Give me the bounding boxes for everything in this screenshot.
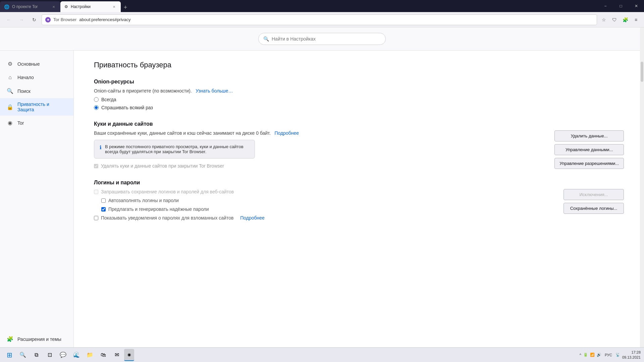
sidebar-home-label: Начало [17, 75, 34, 80]
logins-buttons: Исключения... Сохранённые логины... [564, 189, 624, 214]
maximize-button[interactable]: □ [613, 0, 629, 12]
logins-left: Запрашивать сохранение логинов и паролей… [94, 189, 553, 221]
sidebar-item-extensions[interactable]: 🧩 Расширения и темы [0, 333, 73, 346]
new-tab-button[interactable]: + [121, 3, 130, 12]
taskbar-explorer-button[interactable]: 📁 [84, 349, 96, 361]
manage-permissions-button[interactable]: Управление разрешениями... [554, 158, 624, 169]
minimize-button[interactable]: − [598, 0, 613, 12]
window-controls: − □ ✕ [598, 0, 644, 12]
tray-chevron[interactable]: ^ [580, 353, 581, 357]
sidebar-privacy-label: Приватность и Защита [17, 102, 67, 112]
sidebar-item-home[interactable]: ⌂ Начало [0, 71, 73, 84]
sidebar: ⚙ Основные ⌂ Начало 🔍 Поиск 🔒 Приватност… [0, 51, 74, 362]
logins-layout: Запрашивать сохранение логинов и паролей… [94, 189, 624, 221]
taskbar-search-button[interactable]: 🔍 [17, 349, 29, 361]
logins-generate-row[interactable]: Предлагать и генерировать надёжные парол… [94, 206, 553, 212]
tab-about-icon: 🌐 [4, 4, 9, 9]
onion-radio-always[interactable]: Всегда [94, 97, 624, 102]
cookies-info-box: ℹ В режиме постоянного приватного просмо… [94, 140, 255, 159]
address-bar[interactable]: ◉ Tor Browser about:preferences#privacy [42, 14, 597, 25]
scrollbar-track [640, 27, 644, 347]
onion-radio-ask-input[interactable] [94, 105, 99, 110]
logins-autofill-checkbox[interactable] [101, 198, 106, 203]
tray-network-icon: 📶 [590, 353, 595, 357]
search-settings-input[interactable] [272, 36, 381, 42]
onion-radio-group: Всегда Спрашивать всякий раз [94, 97, 624, 110]
tabs-area: 🌐 О проекте Tor ✕ ⚙ Настройки ✕ + [0, 0, 598, 12]
content-area: Приватность браузера Onion-ресурсы Onion… [74, 51, 644, 362]
address-text: about:preferences#privacy [79, 17, 130, 22]
info-icon: ℹ [100, 144, 102, 154]
toolbar-icons: ☆ 🛡 🧩 ≡ [599, 15, 641, 24]
tab-about-tor[interactable]: 🌐 О проекте Tor ✕ [0, 1, 60, 12]
manage-data-button[interactable]: Управление данными... [554, 144, 624, 155]
settings-search-bar: 🔍 [0, 27, 644, 51]
main-layout: ⚙ Основные ⌂ Начало 🔍 Поиск 🔒 Приватност… [0, 51, 644, 362]
tab-about-close[interactable]: ✕ [51, 4, 56, 9]
back-button[interactable]: ← [3, 14, 14, 25]
taskbar-mail-button[interactable]: ✉ [111, 349, 123, 361]
search-nav-icon: 🔍 [7, 88, 13, 94]
logins-section-title: Логины и пароли [94, 180, 624, 186]
cookies-layout: Ваши сохранённые куки, данные сайтов и к… [94, 130, 624, 169]
logins-ask-save-row[interactable]: Запрашивать сохранение логинов и паролей… [94, 189, 553, 194]
onion-section-title: Onion-ресурсы [94, 79, 624, 85]
exceptions-button[interactable]: Исключения... [564, 189, 624, 200]
taskbar-system-tray: ^ 🔋 📶 🔊 РУС 📡 17:28 09.13.2021 [580, 350, 641, 360]
cookies-section-title: Куки и данные сайтов [94, 121, 624, 127]
reload-button[interactable]: ↻ [29, 14, 40, 25]
more-menu-icon[interactable]: ≡ [631, 15, 641, 24]
basic-icon: ⚙ [7, 61, 13, 67]
start-button[interactable]: ⊞ [3, 349, 15, 361]
forward-button[interactable]: → [16, 14, 27, 25]
saved-logins-button[interactable]: Сохранённые логины... [564, 203, 624, 214]
extensions-nav-icon: 🧩 [7, 336, 13, 342]
taskbar-store-button[interactable]: 🛍 [97, 349, 109, 361]
sidebar-tor-label: Tor [17, 120, 24, 126]
logins-breaches-row[interactable]: Показывать уведомления о паролях для взл… [94, 215, 553, 221]
tab-settings[interactable]: ⚙ Настройки ✕ [60, 1, 121, 12]
title-bar: 🌐 О проекте Tor ✕ ⚙ Настройки ✕ + − □ ✕ [0, 0, 644, 12]
bookmark-icon[interactable]: ☆ [599, 15, 608, 24]
page-title: Приватность браузера [94, 61, 624, 69]
logins-autofill-row[interactable]: Автозаполнять логины и пароли [94, 198, 553, 203]
scrollbar-thumb[interactable] [641, 62, 643, 82]
tab-settings-close[interactable]: ✕ [111, 4, 117, 9]
close-button[interactable]: ✕ [629, 0, 644, 12]
onion-section-desc: Onion-сайты в приоритете (по возможности… [94, 88, 624, 94]
tor-nav-icon: ◉ [7, 120, 13, 126]
sidebar-search-label: Поиск [17, 88, 31, 94]
shield-icon[interactable]: 🛡 [610, 15, 619, 24]
sidebar-item-basic[interactable]: ⚙ Основные [0, 57, 73, 70]
cookies-buttons: Удалить данные... Управление данными... … [554, 130, 624, 169]
sidebar-item-search[interactable]: 🔍 Поиск [0, 84, 73, 98]
onion-radio-always-input[interactable] [94, 97, 99, 102]
delete-data-button[interactable]: Удалить данные... [554, 130, 624, 141]
taskbar-edge-button[interactable]: 🌊 [70, 349, 83, 361]
tor-browser-label: Tor Browser [53, 17, 76, 22]
logins-breaches-checkbox[interactable] [94, 216, 98, 220]
cookies-desc: Ваши сохранённые куки, данные сайтов и к… [94, 130, 544, 136]
tray-lang: РУС [605, 353, 612, 357]
sidebar-item-tor[interactable]: ◉ Tor [0, 116, 73, 129]
logins-generate-checkbox[interactable] [101, 207, 106, 212]
tor-icon: ◉ [45, 17, 51, 22]
onion-radio-ask[interactable]: Спрашивать всякий раз [94, 105, 624, 110]
cookies-delete-checkbox[interactable] [94, 164, 98, 168]
taskbar-tor-app[interactable]: ◉ [124, 349, 134, 361]
clock-date: 09.13.2021 [622, 355, 641, 360]
logins-ask-save-checkbox[interactable] [94, 190, 98, 194]
extensions-icon[interactable]: 🧩 [621, 15, 630, 24]
taskbar-chat-button[interactable]: 💬 [57, 349, 69, 361]
logins-checkboxes: Запрашивать сохранение логинов и паролей… [94, 189, 553, 221]
logins-section: Логины и пароли Запрашивать сохранение л… [94, 180, 624, 221]
taskbar-taskview-button[interactable]: ⧉ [30, 349, 42, 361]
onion-learn-more-link[interactable]: Узнать больше… [196, 88, 233, 94]
logins-more-link[interactable]: Подробнее [240, 215, 265, 221]
cookies-more-link[interactable]: Подробнее [275, 130, 299, 136]
tray-battery-icon: 🔋 [583, 353, 588, 357]
taskbar-widgets-button[interactable]: ⊡ [44, 349, 56, 361]
sidebar-item-privacy[interactable]: 🔒 Приватность и Защита [0, 98, 73, 116]
search-settings-icon: 🔍 [263, 36, 269, 42]
system-clock[interactable]: 17:28 09.13.2021 [622, 350, 641, 360]
